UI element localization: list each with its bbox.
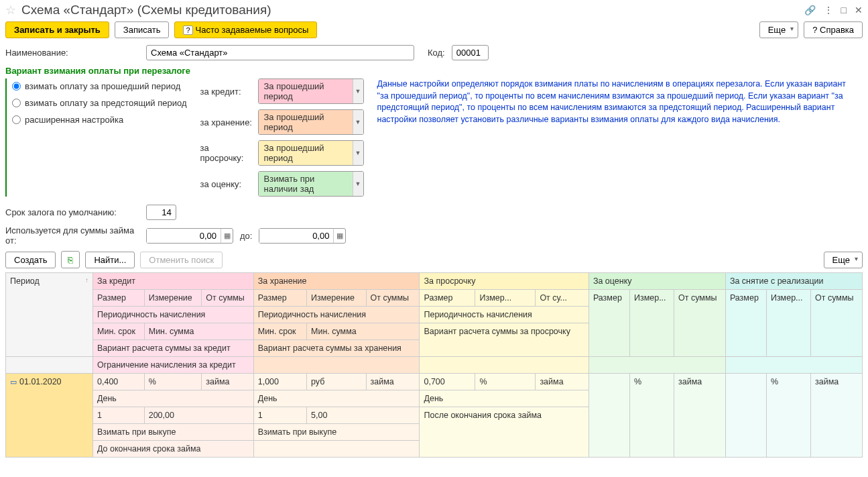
term-input[interactable] (146, 205, 176, 220)
overdue-setting-label: за просрочку: (200, 143, 254, 163)
sum-from-input[interactable] (147, 229, 221, 243)
row-icon: ▭ (10, 378, 17, 386)
term-label: Срок залога по умолчанию: (5, 207, 139, 217)
close-icon[interactable]: ✕ (855, 5, 863, 15)
calculator-icon[interactable]: ▦ (333, 229, 345, 243)
col-storage[interactable]: За хранение (253, 273, 420, 290)
col-credit[interactable]: За кредит (93, 273, 254, 290)
page-title: Схема «Стандарт» (Схемы кредитования) (21, 3, 799, 17)
cancel-search-button: Отменить поиск (140, 252, 223, 268)
col-release[interactable]: За снятие с реализации (725, 273, 862, 290)
col-period[interactable]: Период↑ (6, 273, 93, 357)
kebab-menu-icon[interactable]: ⋮ (824, 5, 833, 15)
radio-extended[interactable]: расширенная настройка (12, 115, 187, 125)
eval-setting-label: за оценку: (200, 179, 254, 189)
storage-setting-label: за хранение: (200, 117, 254, 127)
code-input[interactable] (452, 45, 489, 60)
link-icon[interactable]: 🔗 (804, 5, 816, 15)
chevron-down-icon[interactable]: ▼ (353, 110, 363, 134)
credit-setting-select[interactable]: За прошедший период▼ (258, 78, 364, 104)
question-icon: ? (183, 25, 192, 35)
save-close-button[interactable]: Записать и закрыть (5, 21, 109, 38)
table-more-button[interactable]: Еще (824, 252, 863, 268)
overdue-setting-select[interactable]: За прошедший период▼ (258, 140, 364, 166)
rates-table: Период↑ За кредит За хранение За просроч… (5, 272, 863, 458)
sum-from-label: Используется для суммы займа от: (5, 225, 139, 246)
variant-section-title: Вариант взимания оплаты при перезалоге (5, 66, 863, 76)
variant-info-text: Данные настройки определяют порядок взим… (377, 78, 853, 197)
sum-to-label: до: (240, 231, 252, 241)
find-button[interactable]: Найти... (85, 252, 135, 268)
chevron-down-icon[interactable]: ▼ (353, 172, 363, 196)
sum-to-input[interactable] (259, 229, 333, 243)
col-eval[interactable]: За оценку (588, 273, 725, 290)
eval-setting-select[interactable]: Взимать при наличии зад▼ (258, 171, 364, 197)
more-button[interactable]: Еще (759, 21, 798, 38)
create-button[interactable]: Создать (5, 252, 56, 268)
code-label: Код: (428, 48, 445, 58)
copy-button[interactable]: ⎘ (61, 251, 80, 268)
chevron-down-icon[interactable]: ▼ (353, 141, 363, 165)
calculator-icon[interactable]: ▦ (221, 229, 233, 243)
faq-button[interactable]: ?Часто задаваемые вопросы (174, 21, 317, 38)
storage-setting-select[interactable]: За прошедший период▼ (258, 109, 364, 135)
col-overdue[interactable]: За просрочку (420, 273, 588, 290)
radio-past-period[interactable]: взимать оплату за прошедший период (12, 81, 187, 91)
chevron-down-icon[interactable]: ▼ (353, 79, 363, 103)
favorite-star-icon[interactable]: ☆ (5, 3, 16, 17)
credit-setting-label: за кредит: (200, 87, 254, 97)
name-input[interactable] (146, 45, 414, 60)
radio-future-period[interactable]: взимать оплату за предстоящий период (12, 98, 187, 108)
name-label: Наименование: (5, 48, 139, 58)
save-button[interactable]: Записать (115, 21, 170, 38)
table-row[interactable]: ▭01.01.2020 0,400%займа 1,000рубзайма 0,… (6, 374, 863, 390)
maximize-icon[interactable]: □ (841, 5, 847, 15)
help-button[interactable]: ? Справка (804, 21, 863, 38)
